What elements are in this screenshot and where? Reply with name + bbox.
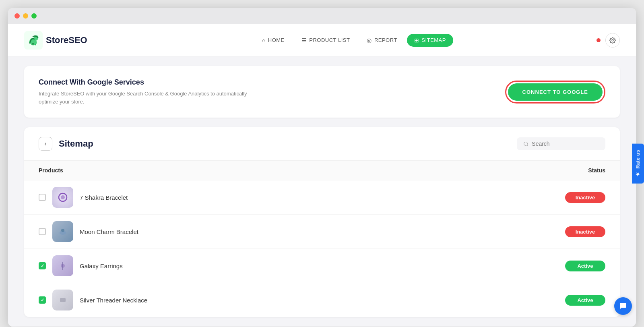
rate-us-tab[interactable]: ★ Rate us bbox=[632, 143, 644, 183]
notification-dot bbox=[597, 38, 601, 42]
product-image bbox=[52, 187, 73, 208]
rate-us-label: Rate us bbox=[635, 150, 641, 169]
close-dot[interactable] bbox=[14, 13, 20, 19]
gear-icon bbox=[609, 37, 616, 43]
main-content: Connect With Google Services Integrate S… bbox=[8, 56, 636, 327]
google-card-text: Connect With Google Services Integrate S… bbox=[39, 78, 248, 106]
svg-point-6 bbox=[61, 195, 65, 199]
svg-point-4 bbox=[524, 142, 528, 145]
app-window: StoreSEO ⌂ HOME ☰ PRODUCT LIST ◎ REPORT … bbox=[8, 8, 636, 327]
product-name: 7 Shakra Bracelet bbox=[80, 194, 559, 201]
nav-report[interactable]: ◎ REPORT bbox=[359, 34, 404, 47]
settings-button[interactable] bbox=[605, 33, 620, 48]
search-box bbox=[517, 137, 605, 150]
product-checkbox[interactable] bbox=[39, 296, 46, 304]
table-row: Galaxy Earrings Active bbox=[24, 249, 620, 283]
svg-rect-11 bbox=[60, 298, 66, 302]
logo-icon bbox=[24, 31, 43, 50]
header-right bbox=[597, 33, 620, 48]
minimize-dot[interactable] bbox=[23, 13, 28, 19]
svg-point-8 bbox=[61, 229, 64, 232]
status-badge: Active bbox=[565, 295, 605, 306]
google-connect-card: Connect With Google Services Integrate S… bbox=[24, 66, 620, 118]
connect-to-google-button[interactable]: CONNECT TO GOOGLE bbox=[508, 83, 603, 101]
status-badge: Inactive bbox=[565, 192, 605, 203]
search-input[interactable] bbox=[532, 141, 599, 147]
table-row: Moon Charm Bracelet Inactive bbox=[24, 215, 620, 249]
back-button[interactable]: ‹ bbox=[39, 137, 52, 151]
nav-sitemap[interactable]: ⊞ SITEMAP bbox=[407, 34, 453, 47]
svg-point-2 bbox=[35, 44, 36, 45]
product-checkbox[interactable] bbox=[39, 194, 46, 201]
back-icon: ‹ bbox=[44, 140, 46, 147]
table-row: 7 Shakra Bracelet Inactive bbox=[24, 180, 620, 215]
nav-home[interactable]: ⌂ HOME bbox=[255, 34, 292, 47]
search-icon bbox=[523, 141, 528, 147]
product-image bbox=[52, 221, 73, 242]
rate-us-icon: ★ bbox=[635, 171, 641, 177]
logo: StoreSEO bbox=[24, 31, 87, 50]
nav-home-label: HOME bbox=[268, 37, 285, 43]
header: StoreSEO ⌂ HOME ☰ PRODUCT LIST ◎ REPORT … bbox=[8, 24, 636, 56]
table-header: Products Status bbox=[24, 161, 620, 180]
nav-product-list-label: PRODUCT LIST bbox=[309, 37, 350, 43]
nav-report-label: REPORT bbox=[374, 37, 397, 43]
list-icon: ☰ bbox=[301, 37, 307, 43]
home-icon: ⌂ bbox=[262, 37, 266, 43]
chat-button[interactable] bbox=[614, 297, 632, 315]
sitemap-title-area: ‹ Sitemap bbox=[39, 137, 93, 151]
status-badge: Inactive bbox=[565, 226, 605, 237]
report-icon: ◎ bbox=[367, 37, 372, 43]
svg-point-1 bbox=[32, 43, 34, 45]
product-list: 7 Shakra Bracelet Inactive Moon Charm Br… bbox=[24, 180, 620, 317]
product-image bbox=[52, 255, 73, 276]
sitemap-title: Sitemap bbox=[59, 139, 93, 149]
logo-text: StoreSEO bbox=[46, 35, 87, 46]
nav-product-list[interactable]: ☰ PRODUCT LIST bbox=[294, 34, 357, 47]
titlebar bbox=[8, 8, 636, 24]
connect-btn-wrapper: CONNECT TO GOOGLE bbox=[505, 81, 605, 103]
sitemap-header: ‹ Sitemap bbox=[24, 127, 620, 161]
maximize-dot[interactable] bbox=[31, 13, 37, 19]
status-badge: Active bbox=[565, 261, 605, 271]
product-image bbox=[52, 290, 73, 310]
google-card-title: Connect With Google Services bbox=[39, 78, 248, 87]
product-checkbox[interactable] bbox=[39, 262, 46, 269]
col-status-header: Status bbox=[557, 167, 605, 174]
chat-icon bbox=[619, 302, 627, 310]
nav-sitemap-label: SITEMAP bbox=[421, 37, 446, 43]
main-nav: ⌂ HOME ☰ PRODUCT LIST ◎ REPORT ⊞ SITEMAP bbox=[111, 34, 597, 47]
product-name: Silver Threader Necklace bbox=[80, 297, 559, 304]
col-products-header: Products bbox=[39, 167, 557, 174]
product-checkbox[interactable] bbox=[39, 228, 46, 235]
svg-point-3 bbox=[612, 39, 613, 41]
sitemap-card: ‹ Sitemap Products Status bbox=[24, 127, 620, 317]
product-name: Galaxy Earrings bbox=[80, 263, 559, 269]
product-name: Moon Charm Bracelet bbox=[80, 228, 559, 235]
sitemap-icon: ⊞ bbox=[414, 37, 419, 43]
table-row: Silver Threader Necklace Active bbox=[24, 283, 620, 317]
google-card-description: Integrate StoreSEO with your Google Sear… bbox=[39, 90, 248, 106]
